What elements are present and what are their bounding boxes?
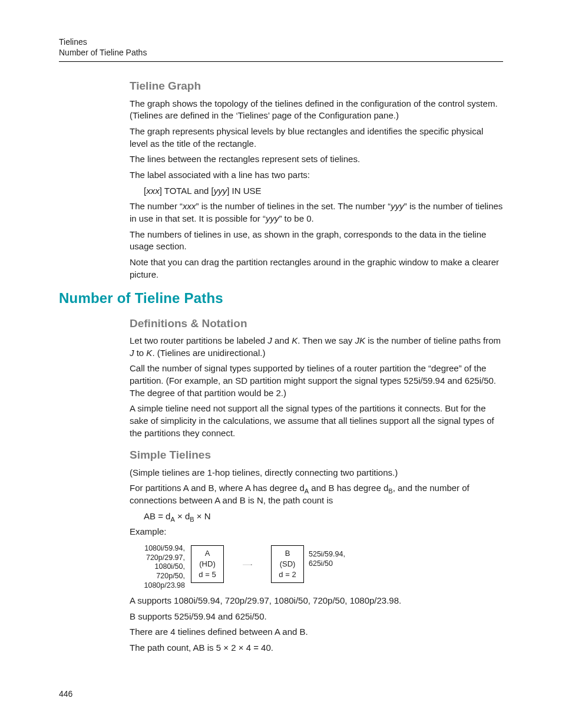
var-j: J <box>130 348 134 358</box>
partition-b-type: (SD) <box>272 559 303 569</box>
subscript-b: B <box>190 516 194 523</box>
var-k: K <box>292 335 297 345</box>
header-line1: Tielines <box>59 37 503 47</box>
text: is the number of tieline paths from <box>365 335 501 345</box>
body-text: The numbers of tielines in use, as shown… <box>130 229 503 253</box>
var-jk: JK <box>355 335 365 345</box>
heading-tieline-graph: Tieline Graph <box>130 78 503 94</box>
var-j: J <box>267 335 272 345</box>
subscript-a: A <box>170 516 174 523</box>
body-text: The number “xxx” is the number of tielin… <box>130 200 503 225</box>
partition-b-signal-list: 525i/59.94, 625i/50 <box>309 550 345 568</box>
page-number: 446 <box>59 689 72 700</box>
text: × N <box>194 511 211 521</box>
partition-a-box: A (HD) d = 5 <box>191 545 224 583</box>
body-text: A simple tieline need not support all th… <box>130 403 503 439</box>
partition-b-name: B <box>272 548 303 559</box>
body-text: B supports 525i/59.94 and 625i/50. <box>130 611 503 623</box>
var-k: K <box>146 348 152 358</box>
text: ” is the number of tielines in the set. … <box>196 201 391 211</box>
text: to <box>134 348 147 358</box>
header-rule <box>59 61 503 62</box>
body-text: Note that you can drag the partition rec… <box>130 256 503 281</box>
text: ] IN USE <box>227 186 261 196</box>
text: AB = d <box>144 511 170 521</box>
text: The number “ <box>130 201 183 211</box>
body-text: A supports 1080i/59.94, 720p/29.97, 1080… <box>130 595 503 607</box>
text: and <box>272 335 292 345</box>
body-text: The path count, AB is 5 × 2 × 4 = 40. <box>130 642 503 654</box>
partition-a-degree: d = 5 <box>191 569 223 580</box>
body-text: The graph shows the topology of the tiel… <box>130 98 503 122</box>
body-text: The label associated with a line has two… <box>130 169 503 182</box>
header-line2: Number of Tieline Paths <box>59 47 503 58</box>
body-text: Let two router partitions be labeled J a… <box>130 335 503 359</box>
body-text: Call the number of signal types supporte… <box>130 363 503 399</box>
text: ” to be 0. <box>279 213 313 223</box>
partition-a-name: A <box>191 548 223 559</box>
var-yyy: yyy <box>391 201 404 211</box>
text: . Then we say <box>297 335 355 345</box>
text: and B has degree d <box>309 483 388 493</box>
partition-b-degree: d = 2 <box>272 569 303 580</box>
body-text: For partitions A and B, where A has degr… <box>130 482 503 506</box>
var-yyy: yyy <box>214 186 227 196</box>
svg-marker-1 <box>251 564 252 565</box>
tieline-diagram: 1080i/59.94, 720p/29.97, 1080i/50, 720p/… <box>144 542 503 589</box>
partition-a-signal-list: 1080i/59.94, 720p/29.97, 1080i/50, 720p/… <box>139 544 185 590</box>
body-text: There are 4 tielines defined between A a… <box>130 626 503 638</box>
arrow-icon <box>224 564 271 565</box>
text: Let two router partitions be labeled <box>130 335 267 345</box>
text: For partitions A and B, where A has degr… <box>130 483 305 493</box>
heading-definitions-notation: Definitions & Notation <box>130 316 503 331</box>
text: ] TOTAL and [ <box>160 186 214 196</box>
text: . (Tielines are unidirectional.) <box>152 348 265 358</box>
heading-simple-tielines: Simple Tielines <box>130 447 503 463</box>
partition-a-type: (HD) <box>191 559 223 569</box>
partition-b-box: B (SD) d = 2 <box>271 545 304 583</box>
var-xxx: xxx <box>183 201 196 211</box>
body-text-indent: [xxx] TOTAL and [yyy] IN USE <box>144 185 503 197</box>
heading-number-of-tieline-paths: Number of Tieline Paths <box>59 288 503 308</box>
var-yyy: yyy <box>266 213 279 223</box>
text: × d <box>175 511 190 521</box>
body-text: The graph represents physical levels by … <box>130 126 503 150</box>
running-header: Tielines Number of Tieline Paths <box>59 37 503 58</box>
body-text: The lines between the rectangles represe… <box>130 153 503 166</box>
subscript-b: B <box>388 487 392 495</box>
formula: AB = dA × dB × N <box>144 510 503 523</box>
example-label: Example: <box>130 526 503 538</box>
body-text: (Simple tielines are 1-hop tielines, dir… <box>130 467 503 479</box>
var-xxx: xxx <box>146 186 160 196</box>
